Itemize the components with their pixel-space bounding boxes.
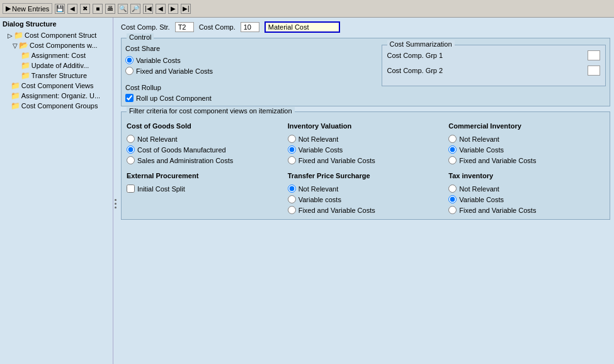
cost-grp1-input[interactable]: [588, 50, 600, 60]
spacer: [8, 103, 9, 110]
find-icon[interactable]: 🔍: [118, 4, 128, 14]
tax-variable[interactable]: Variable Costs: [448, 195, 605, 203]
folder-icon: 📂: [19, 41, 28, 50]
bottom-row: External Procurement Initial Cost Split …: [127, 172, 605, 214]
cost-grp1-label: Cost Comp. Grp 1: [387, 52, 443, 59]
tps-variable-input[interactable]: [288, 195, 296, 203]
exit-icon[interactable]: ✖: [80, 4, 90, 14]
cost-comp-value[interactable]: 10: [241, 22, 259, 32]
cogs-not-relevant-label: Not Relevant: [137, 135, 178, 143]
sidebar-item-update-additiv[interactable]: 📁 Update of Additiv...: [3, 60, 110, 71]
first-page-icon[interactable]: |◀: [143, 4, 153, 14]
tps-not-relevant[interactable]: Not Relevant: [288, 185, 444, 193]
cost-grp2-label: Cost Comp. Grp 2: [387, 67, 443, 74]
main-layout: Dialog Structure ▷ 📁 Cost Component Stru…: [0, 18, 614, 364]
new-entries-button[interactable]: ▶ New Entries: [3, 3, 52, 14]
tax-variable-label: Variable Costs: [459, 196, 504, 203]
fixed-variable-input[interactable]: [125, 67, 134, 75]
tax-fixed-variable[interactable]: Fixed and Variable Costs: [448, 206, 605, 214]
comm-not-relevant-input[interactable]: [448, 135, 457, 143]
roll-up-checkbox[interactable]: Roll up Cost Component: [125, 94, 363, 102]
save-icon[interactable]: 💾: [55, 4, 65, 14]
fixed-variable-radio[interactable]: Fixed and Variable Costs: [125, 67, 363, 75]
initial-cost-split-input[interactable]: [127, 185, 135, 193]
folder-icon: 📁: [11, 101, 20, 110]
inv-variable[interactable]: Variable Costs: [288, 145, 444, 154]
comm-not-relevant[interactable]: Not Relevant: [448, 135, 605, 143]
sidebar-item-cost-component-views[interactable]: 📁 Cost Component Views: [3, 81, 110, 91]
tax-not-relevant[interactable]: Not Relevant: [448, 185, 605, 193]
variable-costs-input[interactable]: [125, 56, 134, 64]
cost-grp2-row: Cost Comp. Grp 2: [387, 65, 601, 76]
cogs-manufactured-input[interactable]: [127, 145, 135, 154]
comm-variable[interactable]: Variable Costs: [448, 145, 605, 154]
toolbar: ▶ New Entries 💾 ◀ ✖ ■ 🖶 🔍 🔎 |◀ ◀ ▶ ▶|: [0, 0, 614, 18]
last-page-icon[interactable]: ▶|: [181, 4, 191, 14]
find-next-icon[interactable]: 🔎: [130, 4, 140, 14]
folder-icon: 📁: [11, 91, 20, 100]
new-entries-label: New Entries: [12, 5, 49, 13]
inv-fixed-variable[interactable]: Fixed and Variable Costs: [288, 156, 444, 164]
inv-not-relevant[interactable]: Not Relevant: [288, 135, 444, 143]
tps-title: Transfer Price Surcharge: [288, 172, 444, 179]
cost-comp-str-value[interactable]: T2: [175, 22, 194, 32]
material-cost-value[interactable]: Material Cost: [264, 21, 340, 33]
print-icon[interactable]: 🖶: [105, 4, 115, 14]
sidebar-item-transfer-structure[interactable]: 📁 Transfer Structure: [3, 71, 110, 81]
cogs-admin[interactable]: Sales and Administration Costs: [127, 156, 283, 164]
control-section: Control Cost Share Variable Costs Fix: [121, 38, 610, 106]
sidebar-item-cost-component-struct[interactable]: ▷ 📁 Cost Component Struct: [3, 30, 110, 40]
tps-not-relevant-input[interactable]: [288, 185, 296, 193]
spacer: [8, 93, 9, 100]
control-inner: Cost Share Variable Costs Fixed and Vari…: [125, 45, 606, 102]
tax-variable-input[interactable]: [448, 195, 457, 203]
bottom-col-ext: External Procurement Initial Cost Split: [127, 172, 283, 214]
cost-comp-str-label: Cost Comp. Str.: [121, 23, 170, 31]
cost-rollup-label: Cost Rollup: [125, 84, 363, 91]
header-row: Cost Comp. Str. T2 Cost Comp. 10 Materia…: [121, 21, 610, 33]
variable-costs-radio[interactable]: Variable Costs: [125, 56, 363, 64]
fixed-variable-label: Fixed and Variable Costs: [136, 67, 213, 75]
inv-fixed-variable-input[interactable]: [288, 156, 296, 164]
cost-grp2-input[interactable]: [588, 65, 600, 76]
filter-col-comm: Commercial Inventory Not Relevant Variab…: [448, 122, 605, 164]
folder-icon: 📁: [21, 51, 30, 60]
cogs-not-relevant[interactable]: Not Relevant: [127, 135, 283, 143]
sidebar-label: Cost Component Struct: [25, 31, 96, 39]
cancel-icon[interactable]: ■: [93, 4, 103, 14]
control-left: Cost Share Variable Costs Fixed and Vari…: [125, 45, 363, 102]
sidebar-item-assignment-cost[interactable]: 📁 Assignment: Cost: [3, 50, 110, 60]
sidebar-label: Assignment: Cost: [31, 52, 86, 59]
tax-not-relevant-input[interactable]: [448, 185, 457, 193]
next-page-icon[interactable]: ▶: [168, 4, 178, 14]
sidebar-label: Cost Component Views: [21, 82, 94, 89]
inv-variable-input[interactable]: [288, 145, 296, 154]
comm-fixed-variable-input[interactable]: [448, 156, 457, 164]
spacer: [18, 52, 20, 59]
back-icon[interactable]: ◀: [67, 4, 77, 14]
comm-variable-input[interactable]: [448, 145, 457, 154]
dot: [115, 207, 117, 208]
spacer: [18, 72, 20, 79]
initial-cost-split-checkbox[interactable]: Initial Cost Split: [127, 185, 283, 193]
comm-variable-label: Variable Costs: [459, 146, 504, 154]
cost-grp1-row: Cost Comp. Grp 1: [387, 50, 601, 60]
cogs-admin-label: Sales and Administration Costs: [137, 157, 233, 164]
sidebar-item-assignment-organiz[interactable]: 📁 Assignment: Organiz. U...: [3, 91, 110, 101]
cogs-admin-input[interactable]: [127, 156, 135, 164]
tps-variable[interactable]: Variable costs: [288, 195, 444, 203]
tps-fixed-variable[interactable]: Fixed and Variable Costs: [288, 206, 444, 214]
prev-page-icon[interactable]: ◀: [156, 4, 166, 14]
roll-up-input[interactable]: [125, 94, 134, 102]
cogs-manufactured[interactable]: Cost of Goods Manufactured: [127, 145, 283, 154]
sidebar-item-cost-component-groups[interactable]: 📁 Cost Component Groups: [3, 101, 110, 111]
inv-not-relevant-input[interactable]: [288, 135, 296, 143]
comm-fixed-variable[interactable]: Fixed and Variable Costs: [448, 156, 605, 164]
sidebar-item-cost-components-w[interactable]: ▽ 📂 Cost Components w...: [3, 40, 110, 50]
spacer: [18, 62, 20, 69]
cogs-not-relevant-input[interactable]: [127, 135, 135, 143]
tps-fixed-variable-input[interactable]: [288, 206, 296, 214]
folder-icon: 📁: [21, 61, 30, 70]
tax-fixed-variable-input[interactable]: [448, 206, 457, 214]
cost-share-label: Cost Share: [125, 45, 363, 52]
